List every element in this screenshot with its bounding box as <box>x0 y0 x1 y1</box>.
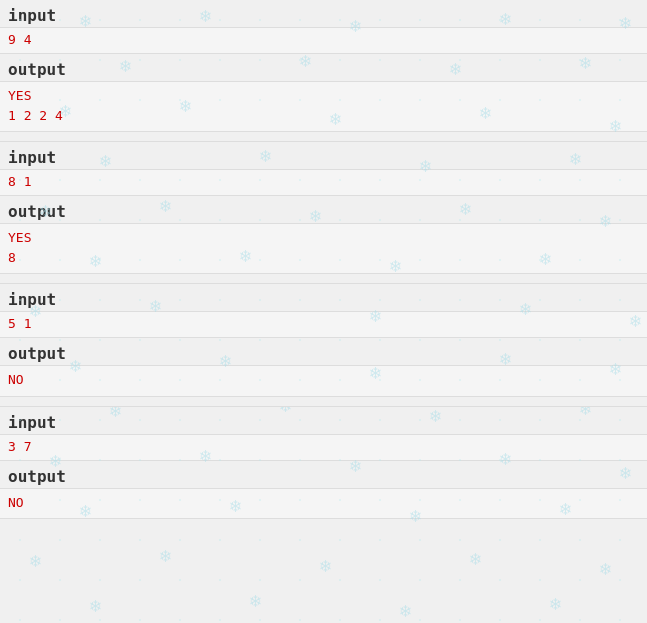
spacer-2 <box>0 397 647 407</box>
output-label-0: output <box>0 54 647 82</box>
input-value-0: 9 4 <box>0 28 647 54</box>
output-value-1: YES 8 <box>0 224 647 274</box>
input-label-0: input <box>0 0 647 28</box>
output-label-2: output <box>0 338 647 366</box>
input-label-1: input <box>0 142 647 170</box>
spacer-1 <box>0 274 647 284</box>
output-value-3: NO <box>0 489 647 520</box>
output-label-1: output <box>0 196 647 224</box>
input-label-2: input <box>0 284 647 312</box>
app-container: input9 4outputYES 1 2 2 4input8 1outputY… <box>0 0 647 519</box>
output-value-2: NO <box>0 366 647 397</box>
input-value-3: 3 7 <box>0 435 647 461</box>
input-value-1: 8 1 <box>0 170 647 196</box>
input-value-2: 5 1 <box>0 312 647 338</box>
spacer-0 <box>0 132 647 142</box>
input-label-3: input <box>0 407 647 435</box>
output-value-0: YES 1 2 2 4 <box>0 82 647 132</box>
output-label-3: output <box>0 461 647 489</box>
